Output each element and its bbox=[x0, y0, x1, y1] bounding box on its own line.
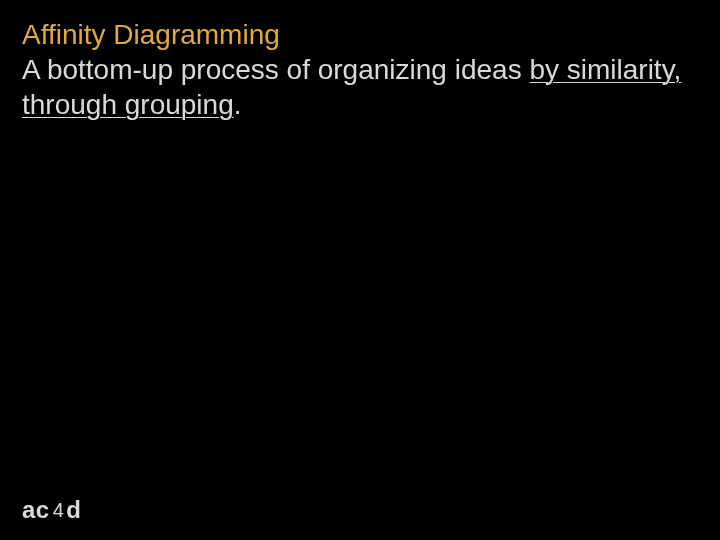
ac4d-logo: ac 4 d bbox=[22, 498, 82, 522]
slide: Affinity Diagramming A bottom-up process… bbox=[0, 0, 720, 540]
logo-part-4: 4 bbox=[50, 500, 67, 520]
subtitle-text-1: A bottom-up process of organizing ideas bbox=[22, 54, 529, 85]
slide-title: Affinity Diagramming bbox=[22, 18, 698, 52]
subtitle-text-2: . bbox=[234, 89, 242, 120]
logo-part-d: d bbox=[66, 498, 81, 522]
slide-subtitle: A bottom-up process of organizing ideas … bbox=[22, 52, 698, 122]
heading-block: Affinity Diagramming A bottom-up process… bbox=[22, 18, 698, 122]
logo-part-ac: ac bbox=[22, 498, 50, 522]
